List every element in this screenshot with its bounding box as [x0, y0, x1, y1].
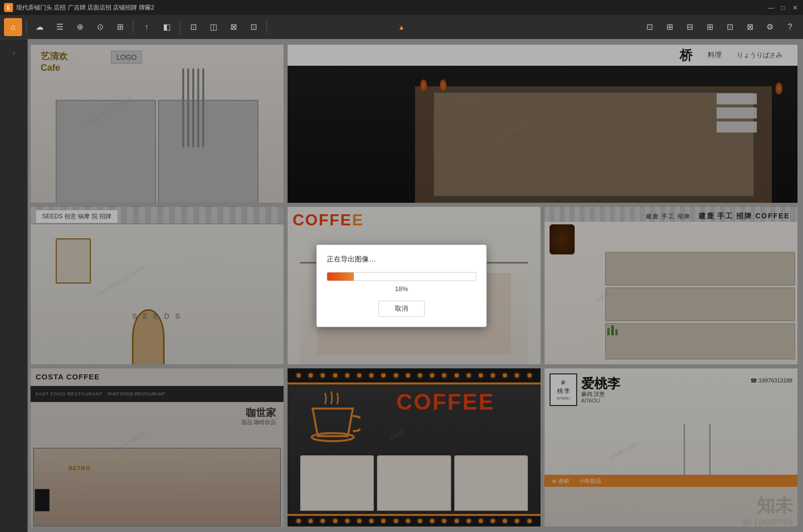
progress-bar-fill [327, 273, 354, 281]
title-bar: E 现代弄铺门头 店招 广吉牌 店面店招 店铺招牌 牌匾2 — □ ✕ [0, 0, 803, 15]
tool-btn-9[interactable]: ◫ [204, 18, 222, 36]
separator-2 [133, 20, 133, 34]
toolbar-right: ⊡ ⊞ ⊟ ⊞ ⊡ ⊠ ⚙ ? [640, 18, 799, 36]
right-btn-2[interactable]: ⊞ [660, 18, 679, 36]
tool-btn-8[interactable]: ⊡ [184, 18, 202, 36]
right-btn-3[interactable]: ⊟ [681, 18, 699, 36]
progress-percent: 18% [327, 285, 476, 293]
chevron-up-icon[interactable]: ▲ [398, 23, 405, 31]
progress-bar-container [327, 272, 476, 281]
tool-btn-6[interactable]: ↑ [138, 18, 156, 36]
tool-btn-3[interactable]: ⊕ [71, 18, 89, 36]
tool-btn-5[interactable]: ⊞ [111, 18, 129, 36]
tool-btn-2[interactable]: ☰ [51, 18, 69, 36]
tool-btn-11[interactable]: ⊡ [244, 18, 262, 36]
home-button[interactable]: ⌂ [4, 18, 22, 36]
title-bar-left: E 现代弄铺门头 店招 广吉牌 店面店招 店铺招牌 牌匾2 [4, 3, 154, 12]
dialog-title: 正在导出图像… [327, 255, 476, 264]
dialog-overlay: 正在导出图像… 18% 取消 [0, 39, 803, 532]
dialog-buttons: 取消 [327, 301, 476, 317]
title-bar-controls[interactable]: — □ ✕ [767, 4, 799, 12]
tool-btn-7[interactable]: ◧ [158, 18, 176, 36]
separator-3 [180, 20, 180, 34]
canvas-area[interactable]: 6 艺清欢 Cafe LOGO [0, 39, 803, 532]
right-btn-1[interactable]: ⊡ [640, 18, 658, 36]
settings-button[interactable]: ⚙ [761, 18, 779, 36]
tool-btn-10[interactable]: ⊠ [224, 18, 242, 36]
help-button[interactable]: ? [781, 18, 799, 36]
right-btn-5[interactable]: ⊡ [721, 18, 739, 36]
right-btn-4[interactable]: ⊞ [701, 18, 719, 36]
toolbar: ⌂ ☁ ☰ ⊕ ⊙ ⊞ ↑ ◧ ⊡ ◫ ⊠ ⊡ ▲ ⊡ ⊞ ⊟ ⊞ ⊡ ⊠ ⚙ … [0, 15, 803, 39]
separator-1 [26, 20, 27, 34]
tool-btn-4[interactable]: ⊙ [91, 18, 109, 36]
cancel-button[interactable]: 取消 [378, 301, 425, 317]
close-button[interactable]: ✕ [791, 4, 799, 12]
title-bar-title: 现代弄铺门头 店招 广吉牌 店面店招 店铺招牌 牌匾2 [16, 4, 154, 12]
export-dialog: 正在导出图像… 18% 取消 [316, 244, 487, 327]
tool-btn-1[interactable]: ☁ [31, 18, 49, 36]
maximize-button[interactable]: □ [779, 4, 787, 12]
minimize-button[interactable]: — [767, 4, 775, 12]
right-btn-6[interactable]: ⊠ [741, 18, 759, 36]
separator-4 [266, 20, 267, 34]
app-logo: E [4, 3, 13, 12]
